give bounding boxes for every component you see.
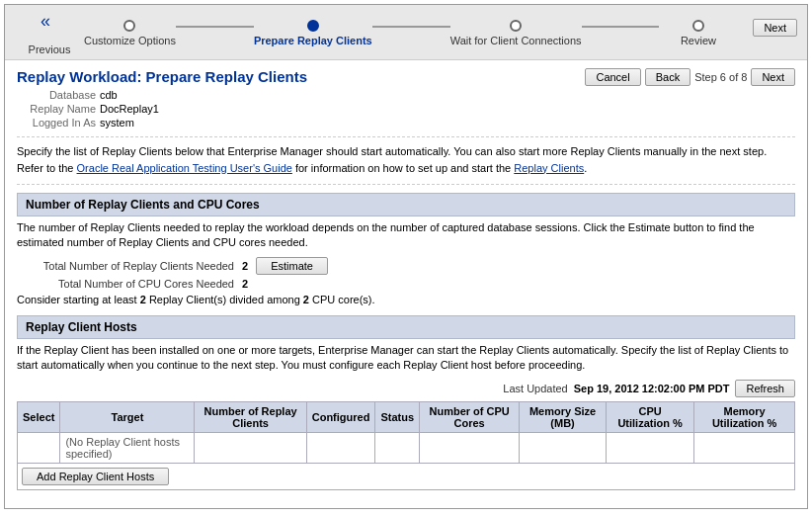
next-button-top[interactable]: Next <box>753 19 797 37</box>
col-cpu-util: CPU Utilization % <box>606 401 693 432</box>
cancel-button[interactable]: Cancel <box>585 68 640 86</box>
database-label: Database <box>17 89 96 101</box>
desc-text3: . <box>584 162 587 174</box>
consider-prefix: Consider starting at least <box>17 294 137 305</box>
section1-header: Number of Replay Clients and CPU Cores <box>17 193 795 216</box>
section2-desc: If the Replay Client has been installed … <box>17 343 795 374</box>
table-header-row: Select Target Number of Replay Clients C… <box>18 401 795 432</box>
wizard-nav: « Previous Customize Options Prepare Rep… <box>5 5 807 60</box>
total-clients-label: Total Number of Replay Clients Needed <box>17 260 234 272</box>
step-circle-review <box>692 20 704 32</box>
last-updated-label: Last Updated <box>503 383 567 394</box>
replay-hosts-table: Select Target Number of Replay Clients C… <box>17 401 795 464</box>
empty-cell-4 <box>420 432 520 463</box>
table-toolbar: Last Updated Sep 19, 2012 12:02:00 PM PD… <box>17 380 795 397</box>
consider-bold2: 2 <box>303 294 309 305</box>
consider-text: Consider starting at least 2 Replay Clie… <box>17 294 795 305</box>
wizard-step-wait[interactable]: Wait for Client Connections <box>450 20 582 46</box>
consider-bold1: 2 <box>140 294 146 305</box>
page-title: Replay Workload: Prepare Replay Clients <box>17 68 575 85</box>
section-replay-hosts: Replay Client Hosts If the Replay Client… <box>17 315 795 490</box>
replay-name-value: DocReplay1 <box>100 103 159 115</box>
page-header-right: Cancel Back Step 6 of 8 Next <box>585 68 795 86</box>
empty-cell-6 <box>606 432 693 463</box>
step-label-wait: Wait for Client Connections <box>450 35 582 46</box>
nav-previous-section: « Previous <box>15 11 84 55</box>
add-btn-row: Add Replay Client Hosts <box>17 464 795 490</box>
previous-step-label[interactable]: Previous <box>29 43 71 55</box>
logged-in-value: system <box>100 117 134 129</box>
step-circle-wait <box>510 20 522 32</box>
refresh-button[interactable]: Refresh <box>735 380 795 397</box>
wizard-step-customize[interactable]: Customize Options <box>84 20 176 46</box>
page-header-row: Replay Workload: Prepare Replay Clients … <box>17 68 795 137</box>
meta-replay-name: Replay Name DocReplay1 <box>17 103 575 115</box>
add-replay-client-hosts-button[interactable]: Add Replay Client Hosts <box>22 468 169 485</box>
step-label-prepare: Prepare Replay Clients <box>254 35 372 46</box>
back-button[interactable]: Back <box>645 68 690 86</box>
meta-logged-in: Logged In As system <box>17 117 575 129</box>
col-configured: Configured <box>306 401 375 432</box>
total-clients-row: Total Number of Replay Clients Needed 2 … <box>17 257 795 275</box>
step-info: Step 6 of 8 <box>694 71 747 83</box>
col-memory-size: Memory Size (MB) <box>520 401 607 432</box>
wizard-step-review[interactable]: Review <box>659 20 737 46</box>
total-cpu-row: Total Number of CPU Cores Needed 2 <box>17 278 795 290</box>
consider-end: CPU core(s). <box>312 294 375 305</box>
page-content: Replay Workload: Prepare Replay Clients … <box>5 60 807 508</box>
col-select: Select <box>18 401 60 432</box>
col-status: Status <box>375 401 420 432</box>
step-label-review: Review <box>681 35 716 46</box>
col-cpu-cores: Number of CPU Cores <box>420 401 520 432</box>
main-container: « Previous Customize Options Prepare Rep… <box>4 4 808 509</box>
empty-select-cell <box>18 432 60 463</box>
wizard-step-prepare[interactable]: Prepare Replay Clients <box>254 20 372 46</box>
empty-cell-7 <box>694 432 795 463</box>
empty-cell-1 <box>195 432 306 463</box>
replay-clients-link[interactable]: Replay Clients <box>514 162 584 174</box>
page-description: Specify the list of Replay Clients below… <box>17 143 795 185</box>
desc-text2: for information on how to set up and sta… <box>292 162 514 174</box>
logged-in-label: Logged In As <box>17 117 96 129</box>
col-mem-util: Memory Utilization % <box>694 401 795 432</box>
total-cpu-label: Total Number of CPU Cores Needed <box>17 278 234 290</box>
page-header-left: Replay Workload: Prepare Replay Clients … <box>17 68 575 130</box>
next-btn-wrapper: Next <box>753 19 797 37</box>
database-value: cdb <box>100 89 118 101</box>
empty-cell-5 <box>520 432 607 463</box>
total-clients-value: 2 <box>242 260 248 272</box>
empty-cell-2 <box>306 432 375 463</box>
nav-line-3 <box>582 26 660 28</box>
replay-name-label: Replay Name <box>17 103 96 115</box>
empty-cell-3 <box>375 432 420 463</box>
meta-database: Database cdb <box>17 89 575 101</box>
section-clients-cpu: Number of Replay Clients and CPU Cores T… <box>17 193 795 305</box>
total-cpu-value: 2 <box>242 278 248 290</box>
next-button[interactable]: Next <box>751 68 795 86</box>
no-clients-cell: (No Replay Client hosts specified) <box>60 432 195 463</box>
oracle-guide-link[interactable]: Oracle Real Application Testing User's G… <box>77 162 292 174</box>
back-arrow-icon[interactable]: « <box>41 11 50 32</box>
last-updated-value: Sep 19, 2012 12:02:00 PM PDT <box>574 383 730 394</box>
consider-mid-text: Replay Client(s) divided among <box>149 294 300 305</box>
nav-line-2 <box>372 26 450 28</box>
wizard-steps-container: Customize Options Prepare Replay Clients… <box>84 20 737 46</box>
nav-line-1 <box>176 26 254 28</box>
step-circle-customize <box>123 20 135 32</box>
section2-header: Replay Client Hosts <box>17 315 795 339</box>
step-label-customize: Customize Options <box>84 35 176 46</box>
step-circle-prepare <box>307 20 319 32</box>
col-num-clients: Number of Replay Clients <box>195 401 306 432</box>
col-target: Target <box>60 401 195 432</box>
estimate-button[interactable]: Estimate <box>256 257 328 275</box>
section1-desc: The number of Replay Clients needed to r… <box>17 220 795 251</box>
table-row-no-data: (No Replay Client hosts specified) <box>18 432 795 463</box>
